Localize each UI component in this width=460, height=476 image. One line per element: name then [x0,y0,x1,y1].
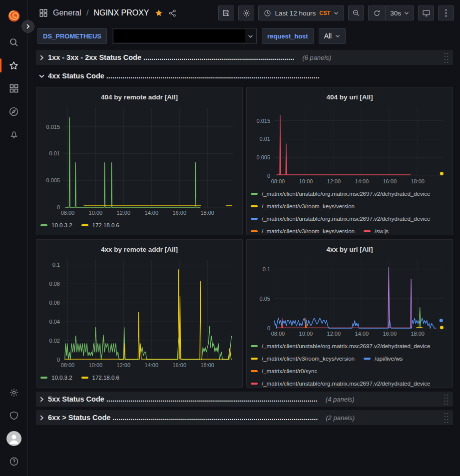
breadcrumb-folder[interactable]: General [53,8,81,17]
save-dashboard-button[interactable] [218,5,234,20]
chart-canvas[interactable]: 00.050.108:0010:0012:0014:0016:0018:00 [251,256,449,338]
chevron-right-icon [39,415,44,421]
breadcrumb-separator: / [86,8,88,17]
legend-swatch [251,358,258,360]
sidebar-item-explore[interactable] [3,100,25,123]
refresh-icon [373,9,381,17]
share-icon[interactable] [168,9,177,17]
sidebar-item-starred[interactable] [3,54,25,77]
legend-swatch [364,230,371,232]
panel-4xx-by-uri: 4xx by uri [All] 00.050.108:0010:0012:00… [246,239,453,388]
svg-text:08:00: 08:00 [61,210,75,216]
legend-swatch [251,383,258,385]
legend-item[interactable]: /_matrix/client/unstable/org.matrix.msc2… [251,340,431,352]
svg-text:0.02: 0.02 [49,338,60,344]
legend-label: /_matrix/client/v3/room_keys/version [262,228,355,234]
row-header-5xx[interactable]: 5xx Status Code ........................… [36,392,453,407]
row-header-4xx[interactable]: 4xx Status Code ........................… [36,68,453,83]
more-options-button[interactable] [438,5,454,20]
svg-text:0.005: 0.005 [256,154,270,160]
svg-text:0.015: 0.015 [46,124,60,130]
favorite-star-icon[interactable] [154,8,163,17]
sidebar-item-profile[interactable] [3,427,25,450]
chevron-right-icon [25,24,30,29]
chevron-down-icon [248,33,253,39]
legend-label: /sw.js [375,228,389,234]
legend-label: /_matrix/client/unstable/org.matrix.msc2… [262,343,431,349]
save-icon [222,9,230,17]
legend-item[interactable]: /_matrix/client/unstable/org.matrix.msc2… [251,377,431,388]
chart-canvas[interactable]: 00.020.040.060.080.108:0010:0012:0014:00… [40,256,238,370]
variable-value-request-host[interactable]: All [319,28,346,44]
dashboard-settings-button[interactable] [238,5,254,20]
cycle-view-mode-button[interactable] [418,5,434,20]
panel-title[interactable]: 404 by remote addr [All] [40,90,238,104]
sidebar-item-search[interactable] [3,31,25,54]
refresh-controls: 30s [368,5,414,20]
row-title: 6xx > Status Code ......................… [48,414,318,422]
search-icon [9,37,19,47]
legend-item[interactable]: /_matrix/client/unstable/org.matrix.msc2… [251,187,431,200]
zoom-out-time-button[interactable] [348,5,364,20]
legend-item[interactable]: /_matrix/client/v3/room_keys/version [251,225,355,235]
panel-title[interactable]: 404 by uri [All] [251,90,449,104]
svg-text:18:00: 18:00 [200,362,214,368]
legend-item[interactable]: /_matrix/client/v3/room_keys/version [251,352,355,365]
svg-text:10:00: 10:00 [299,178,313,184]
legend-item[interactable]: /_matrix/client/r0/sync [251,365,317,377]
legend-item[interactable]: 172.18.0.6 [81,219,119,231]
svg-text:10:00: 10:00 [299,331,313,337]
sidebar-item-server-admin[interactable] [3,404,25,427]
shield-icon [9,411,19,421]
sidebar-item-dashboards[interactable] [3,77,25,100]
dashboard-canvas: 1xx - 3xx - 2xx Status Code ............… [28,46,460,476]
breadcrumb-dashboard-title[interactable]: NGINX PROXY [93,8,149,17]
gear-icon [9,388,19,398]
legend-label: /_matrix/client/unstable/org.matrix.msc2… [262,381,431,387]
legend-item[interactable]: /_matrix/client/v3/room_keys/version [251,200,355,212]
row-drag-handle[interactable] [444,412,449,424]
legend-item[interactable]: /api/live/ws [364,352,403,365]
row-title: 4xx Status Code ........................… [48,72,320,80]
panel-title[interactable]: 4xx by remote addr [All] [40,242,238,256]
sidebar-item-alerting[interactable] [3,123,25,146]
help-icon [9,457,19,467]
panel-legend: /_matrix/client/unstable/org.matrix.msc2… [251,186,449,235]
legend-swatch [81,224,88,226]
panel-404-by-uri: 404 by uri [All] 00.0050.010.01508:0010:… [246,87,453,235]
svg-text:16:00: 16:00 [172,210,186,216]
row-header-6xx[interactable]: 6xx > Status Code ......................… [36,410,453,425]
sidebar-item-configuration[interactable] [3,381,25,404]
svg-text:0.1: 0.1 [52,262,60,268]
legend-item[interactable]: 10.0.3.2 [40,219,72,231]
legend-item[interactable]: 172.18.0.6 [81,371,119,384]
chevron-down-icon [334,10,339,15]
variables-bar: DS_PROMETHEUS request_host All [28,26,460,46]
panel-title[interactable]: 4xx by uri [All] [251,242,449,256]
star-icon [8,60,19,71]
time-range-label: Last 12 hours [275,9,316,17]
chevron-down-icon [335,33,340,38]
refresh-button[interactable] [369,6,385,20]
dashboards-grid-icon [9,83,19,93]
legend-label: /_matrix/client/unstable/org.matrix.msc2… [262,216,431,222]
legend-item[interactable]: /sw.js [364,225,389,235]
chart-canvas[interactable]: 00.0050.010.01508:0010:0012:0014:0016:00… [40,104,238,217]
sidebar-expand-button[interactable] [21,20,34,33]
row-header-1xx-3xx-2xx[interactable]: 1xx - 3xx - 2xx Status Code ............… [36,50,453,65]
legend-swatch [81,377,88,379]
sidebar-item-help[interactable] [3,450,25,473]
legend-item[interactable]: /_matrix/client/unstable/org.matrix.msc2… [251,212,431,225]
variable-value-ds-prometheus[interactable] [112,28,257,44]
panel-legend: 10.0.3.2172.18.0.6 [40,217,238,231]
svg-text:16:00: 16:00 [383,331,397,337]
row-drag-handle[interactable] [444,51,449,63]
row-panel-count: (4 panels) [326,396,355,403]
row-drag-handle[interactable] [444,393,449,405]
time-range-picker[interactable]: Last 12 hours CST [258,5,344,20]
legend-item[interactable]: 10.0.3.2 [40,371,72,384]
svg-text:08:00: 08:00 [271,178,285,184]
chart-canvas[interactable]: 00.0050.010.01508:0010:0012:0014:0016:00… [251,104,449,186]
legend-label: /api/live/ws [375,356,403,362]
refresh-interval-dropdown[interactable]: 30s [386,6,414,20]
